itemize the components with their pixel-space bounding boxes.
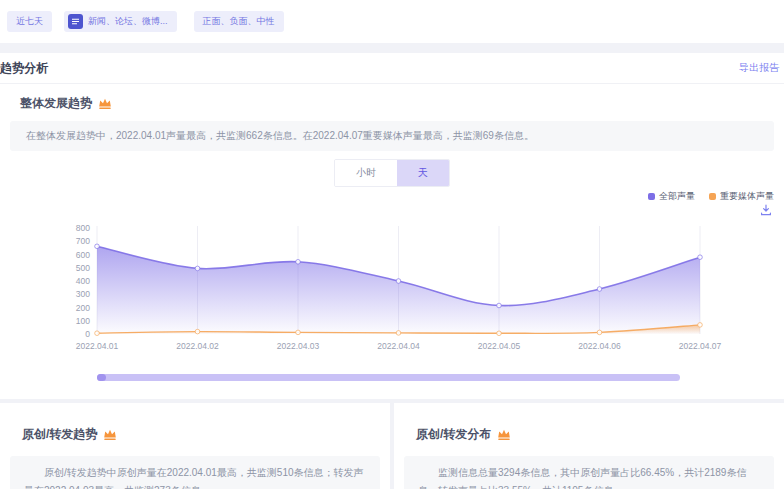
original-forward-trend-title: 原创/转发趋势: [22, 426, 97, 443]
x-axis-label: 2022.04.07: [679, 341, 722, 351]
y-axis-label: 100: [76, 316, 90, 326]
toggle-option-day[interactable]: 天: [397, 160, 449, 186]
crown-icon: [497, 428, 511, 441]
y-axis-label: 800: [76, 223, 90, 233]
original-forward-trend-card: 原创/转发趋势 原创/转发趋势中原创声量在2022.04.01最高，共监测510…: [0, 403, 390, 489]
crown-icon: [98, 97, 112, 110]
y-axis-label: 0: [85, 329, 90, 339]
original-forward-distribution-summary: 监测信息总量3294条信息，其中原创声量占比66.45%，共计2189条信息；转…: [404, 456, 774, 489]
legend-label: 全部声量: [659, 190, 695, 203]
page-title: 趋势分析: [0, 60, 48, 77]
data-point: [497, 303, 502, 308]
datazoom-scrollbar[interactable]: [97, 374, 680, 381]
data-point: [698, 323, 703, 328]
trend-analysis-card: 趋势分析 导出报告 整体发展趋势 在整体发展趋势中，2022.04.01声量最高…: [0, 53, 784, 399]
data-point: [296, 330, 301, 335]
legend-label: 重要媒体声量: [720, 190, 774, 203]
trend-area-chart: 01002003004005006007008002022.04.012022.…: [0, 216, 784, 362]
filter-chip-date-range[interactable]: 近七天: [7, 11, 52, 32]
card-title-row: 原创/转发分布: [394, 415, 784, 443]
original-forward-trend-summary: 原创/转发趋势中原创声量在2022.04.01最高，共监测510条信息；转发声量…: [10, 456, 380, 489]
overall-trend-summary: 在整体发展趋势中，2022.04.01声量最高，共监测662条信息。在2022.…: [10, 121, 774, 151]
granularity-toggle: 小时 天: [334, 159, 450, 187]
download-icon[interactable]: [760, 204, 772, 216]
y-axis-label: 400: [76, 276, 90, 286]
data-point: [296, 260, 301, 265]
crown-icon: [103, 428, 117, 441]
y-axis-label: 500: [76, 263, 90, 273]
legend-item-0[interactable]: 全部声量: [648, 190, 695, 203]
toggle-option-hour[interactable]: 小时: [335, 160, 397, 186]
legend-item-1[interactable]: 重要媒体声量: [709, 190, 774, 203]
granularity-toggle-row: 小时 天: [0, 159, 784, 187]
data-point: [597, 330, 602, 335]
y-axis-label: 200: [76, 303, 90, 313]
legend-marker-icon: [648, 193, 655, 200]
overall-trend-section-header: 整体发展趋势: [0, 84, 784, 112]
x-axis-label: 2022.04.05: [478, 341, 521, 351]
original-forward-distribution-title: 原创/转发分布: [416, 426, 491, 443]
filter-bar: 近七天 新闻、论坛、微博... 正面、负面、中性: [0, 0, 784, 43]
x-axis-label: 2022.04.02: [176, 341, 219, 351]
data-point: [95, 244, 100, 249]
x-axis-label: 2022.04.03: [277, 341, 320, 351]
y-axis-label: 300: [76, 289, 90, 299]
y-axis-label: 600: [76, 250, 90, 260]
overall-trend-title: 整体发展趋势: [20, 95, 92, 112]
card-title-row: 原创/转发趋势: [0, 415, 390, 443]
data-point: [396, 279, 401, 284]
x-axis-label: 2022.04.04: [377, 341, 420, 351]
filter-chip-channels-label: 新闻、论坛、微博...: [88, 15, 168, 28]
chart-download-row: [0, 204, 784, 216]
legend-marker-icon: [709, 193, 716, 200]
filter-chip-channels[interactable]: 新闻、论坛、微博...: [64, 11, 177, 32]
bottom-cards-row: 原创/转发趋势 原创/转发趋势中原创声量在2022.04.01最高，共监测510…: [0, 403, 784, 489]
datazoom-handle[interactable]: [97, 374, 106, 381]
x-axis-label: 2022.04.01: [76, 341, 119, 351]
data-point: [597, 287, 602, 292]
data-point: [195, 266, 200, 271]
original-forward-distribution-card: 原创/转发分布 监测信息总量3294条信息，其中原创声量占比66.45%，共计2…: [394, 403, 784, 489]
data-point: [497, 331, 502, 336]
screen: 近七天 新闻、论坛、微博... 正面、负面、中性 趋势分析 导出报告 整体发展趋…: [0, 0, 784, 489]
x-axis-label: 2022.04.06: [578, 341, 621, 351]
y-axis-label: 700: [76, 236, 90, 246]
filter-chip-sentiments[interactable]: 正面、负面、中性: [194, 11, 284, 32]
data-point: [195, 329, 200, 334]
data-point: [698, 255, 703, 260]
data-point: [95, 331, 100, 336]
channels-icon: [68, 14, 83, 29]
data-point: [396, 331, 401, 336]
card-header: 趋势分析 导出报告: [0, 53, 784, 84]
chart-legend: 全部声量重要媒体声量: [0, 190, 784, 203]
export-report-link[interactable]: 导出报告: [739, 61, 779, 75]
